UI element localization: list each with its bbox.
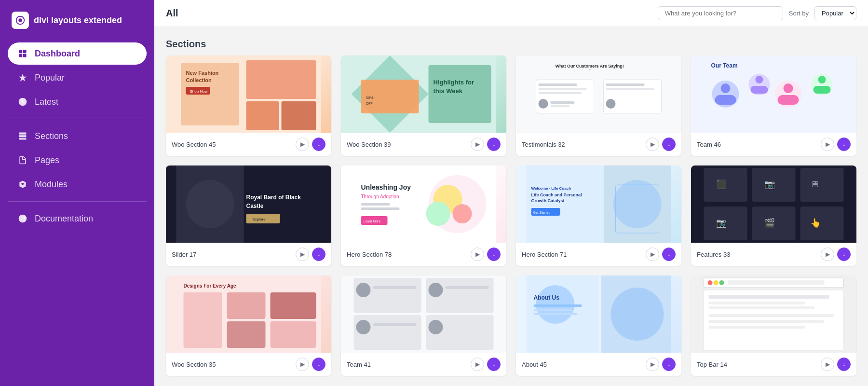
sidebar-divider-2 [8,201,147,202]
svg-point-45 [721,83,731,93]
preview-btn-woo39[interactable]: ▶ [471,138,484,151]
preview-btn-topbar14[interactable]: ▶ [821,358,834,371]
card-footer-about45: About 45 ▶ ↓ [516,353,681,376]
sidebar-item-sections[interactable]: Sections [8,125,147,147]
svg-text:Learn More: Learn More [364,220,381,223]
sidebar-item-label: Popular [35,73,65,83]
download-btn-topbar14[interactable]: ↓ [837,358,851,371]
card-title-about45: About 45 [522,361,547,368]
card-team41: Team 41 ▶ ↓ [341,276,506,376]
dashboard-icon [17,48,28,59]
svg-text:50%: 50% [366,96,374,100]
card-topbar14: Top Bar 14 ▶ ↓ [691,276,856,376]
download-btn-woo39[interactable]: ↓ [487,138,501,151]
download-btn-testimonials32[interactable]: ↓ [662,138,676,151]
preview-btn-features33[interactable]: ▶ [821,248,834,261]
card-actions-slider17: ▶ ↓ [296,248,326,261]
card-thumbnail-woo35: Designs For Every Age [166,276,331,353]
topbar-right: Sort by Popular [658,6,856,20]
sidebar-item-pages[interactable]: Pages [8,149,147,171]
card-title-woo39: Woo Section 39 [347,141,391,148]
svg-text:": " [589,68,592,75]
card-actions-woo39: ▶ ↓ [471,138,501,151]
card-features33: ⬛ 📷 🖥 📷 🎬 👆 Features 33 [691,165,856,266]
svg-text:this Week: this Week [434,87,463,95]
main-content: All Sort by Popular Sections New Fashion [154,0,868,386]
sidebar-divider [8,119,147,119]
sidebar-item-label: Dashboard [35,49,80,59]
preview-btn-slider17[interactable]: ▶ [296,248,309,261]
card-actions-hero71: ▶ ↓ [646,248,676,261]
popular-icon [17,72,28,83]
svg-rect-133 [728,280,825,285]
preview-btn-hero71[interactable]: ▶ [646,248,659,261]
svg-text:🖥: 🖥 [810,179,819,189]
card-footer-topbar14: Top Bar 14 ▶ ↓ [691,353,856,376]
download-btn-hero78[interactable]: ↓ [487,248,501,261]
svg-rect-123 [534,309,572,311]
card-thumbnail-team41 [341,276,506,353]
svg-text:Welcome · Life Coach: Welcome · Life Coach [531,186,571,191]
preview-btn-woo35[interactable]: ▶ [296,358,309,371]
card-footer-woo39: Woo Section 39 ▶ ↓ [341,133,506,156]
preview-btn-team41[interactable]: ▶ [471,358,484,371]
sidebar-item-modules[interactable]: Modules [8,173,147,195]
svg-text:Shop Now: Shop Now [190,89,208,94]
svg-point-72 [426,202,450,226]
svg-point-58 [186,180,234,228]
sidebar-item-latest[interactable]: Latest [8,91,147,113]
download-btn-features33[interactable]: ↓ [837,248,851,261]
sidebar-item-documentation[interactable]: ? Documentation [8,207,147,230]
card-actions-testimonials32: ▶ ↓ [646,138,676,151]
card-footer-team41: Team 41 ▶ ↓ [341,353,506,376]
preview-btn-about45[interactable]: ▶ [646,358,659,371]
svg-text:Our Team: Our Team [711,62,738,69]
preview-btn-team46[interactable]: ▶ [821,138,834,151]
download-btn-team46[interactable]: ↓ [837,138,851,151]
svg-rect-32 [539,83,577,86]
svg-rect-99 [184,292,222,348]
svg-point-0 [18,18,22,22]
cards-grid: New Fashion Collection Shop Now Woo Sect… [166,55,856,376]
download-btn-hero71[interactable]: ↓ [662,248,676,261]
download-btn-slider17[interactable]: ↓ [312,248,326,261]
svg-point-41 [606,99,616,109]
sort-select[interactable]: Popular [814,6,856,20]
svg-rect-2 [23,50,27,54]
preview-btn-testimonials32[interactable]: ▶ [646,138,659,151]
card-footer-woo35: Woo Section 35 ▶ ↓ [166,353,331,376]
card-actions-team41: ▶ ↓ [471,358,501,371]
logo: divi layouts extended [8,12,147,29]
svg-text:About Us: About Us [534,294,560,301]
sections-icon [17,131,28,141]
preview-btn-hero78[interactable]: ▶ [471,248,484,261]
card-footer-hero78: Hero Section 78 ▶ ↓ [341,243,506,266]
svg-rect-40 [606,88,654,90]
svg-text:Royal Bard of Black: Royal Bard of Black [246,194,301,201]
svg-rect-8 [19,138,27,139]
card-thumbnail-testimonials32: What Our Customers Are Saying! " [516,55,681,133]
svg-rect-19 [282,101,316,130]
sections-section-label: Sections [166,39,856,55]
sidebar-item-dashboard[interactable]: Dashboard [8,42,147,65]
download-btn-woo45[interactable]: ↓ [312,138,326,151]
card-hero78: Unleashing Joy Through Adoption Learn Mo… [341,165,506,266]
card-title-team41: Team 41 [347,361,371,368]
download-btn-team41[interactable]: ↓ [487,358,501,371]
svg-point-127 [611,288,664,341]
card-thumbnail-about45: About Us [516,276,681,353]
sidebar-item-popular[interactable]: Popular [8,67,147,89]
card-title-topbar14: Top Bar 14 [697,361,727,368]
card-thumbnail-features33: ⬛ 📷 🖥 📷 🎬 👆 [691,165,856,243]
svg-point-114 [356,320,371,334]
svg-point-111 [429,283,443,297]
svg-rect-17 [246,60,316,99]
preview-btn-woo45[interactable]: ▶ [296,138,309,151]
card-thumbnail-woo39: Highlights for this Week 50% OFF [341,55,506,133]
download-btn-about45[interactable]: ↓ [662,358,676,371]
svg-rect-115 [373,323,417,326]
svg-rect-33 [539,88,587,90]
svg-rect-49 [751,86,768,94]
search-input[interactable] [658,6,783,20]
download-btn-woo35[interactable]: ↓ [312,358,326,371]
